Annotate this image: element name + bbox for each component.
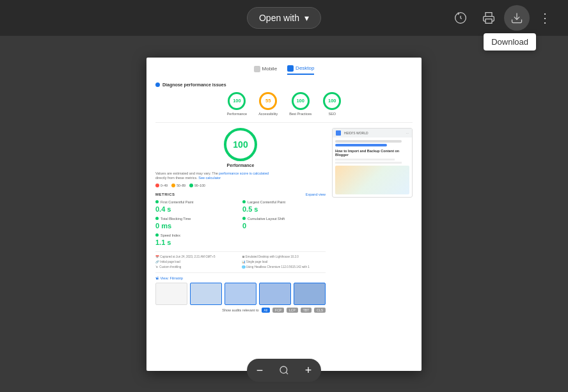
zoom-out-icon: − — [256, 364, 264, 377]
metrics-grid: First Contentful Paint 0.4 s Largest Con… — [155, 200, 326, 246]
legend-dot-orange — [171, 184, 175, 187]
legend-orange: 50–89 — [171, 184, 185, 187]
blog-image — [335, 166, 409, 194]
filmstrip-link[interactable]: 📽 View: Filmstrip — [155, 276, 326, 280]
open-with-label: Open with — [259, 13, 299, 23]
show-audits-label: Show audits relevant to — [222, 308, 258, 312]
right-ss-content: How to Import and Backup Content on Blog… — [333, 137, 412, 197]
tab-mobile-label: Mobile — [262, 66, 278, 72]
metric-lcp: Largest Contentful Paint 0.5 s — [242, 200, 326, 213]
diagnose-row: Diagnose performance issues — [155, 82, 413, 87]
metric-lcp-name: Largest Contentful Paint — [242, 200, 326, 204]
score-circle-seo: 100 — [323, 92, 341, 110]
pdf-tab-bar: Mobile Desktop — [155, 65, 413, 77]
metric-si-value: 1.1 s — [155, 239, 239, 246]
legend-dot-green — [189, 184, 193, 187]
legend-red: 0–49 — [155, 184, 168, 187]
footer-emulated: 🖥 Emulated Desktop with Lighthouse 10.2.… — [242, 255, 326, 258]
svg-rect-1 — [485, 19, 492, 24]
metric-tbt-value: 0 ms — [155, 222, 239, 230]
toolbar-right: ⋮ — [448, 5, 558, 31]
zoom-reset-button[interactable] — [272, 359, 296, 382]
metric-si: Speed Index 1.1 s — [155, 233, 239, 246]
screenshot-thumb-2 — [190, 283, 222, 305]
score-label-performance: Performance — [227, 112, 248, 116]
metric-si-name: Speed Index — [155, 233, 239, 237]
metric-cls-value: 0 — [242, 222, 326, 230]
metric-cls: Cumulative Layout Shift 0 — [242, 217, 326, 230]
blog-favicon — [336, 130, 341, 136]
screenshot-thumb-3 — [225, 283, 256, 305]
big-score-label: Performance — [227, 163, 255, 168]
screenshot-strip: 📽 View: Filmstrip Show audits relevant t… — [155, 272, 326, 313]
perf-description: Values are estimated and may vary. The p… — [155, 171, 326, 181]
pdf-footer: 📅 Captured at Jun 24, 2023, 2:21 AM GMT+… — [155, 251, 326, 269]
metric-fcp-name: First Contentful Paint — [155, 200, 239, 204]
zoom-controls: − + — [247, 359, 321, 382]
footer-chromium: 🌐 Using Headless Chromium 112.0.5615.142… — [242, 265, 326, 269]
blog-text-1 — [335, 159, 395, 161]
audit-badge-cls[interactable]: CLS — [314, 308, 326, 313]
audit-badge-tbt[interactable]: TBT — [301, 308, 312, 313]
metric-dot-tbt — [155, 217, 159, 220]
legend-dot-red — [155, 184, 159, 187]
blog-text-2 — [335, 162, 402, 164]
metric-dot-fcp — [155, 200, 159, 203]
tab-mobile[interactable]: Mobile — [254, 66, 278, 74]
content-area: Mobile Desktop Diagnose performance issu… — [0, 36, 568, 392]
annotate-button[interactable] — [448, 5, 473, 31]
page-content-bar-2 — [335, 144, 387, 146]
chevron-down-icon: ▾ — [304, 13, 309, 23]
score-accessibility: 55 Accessibility — [258, 92, 278, 116]
score-performance: 100 Performance — [227, 92, 248, 116]
metric-tbt: Total Blocking Time 0 ms — [155, 217, 239, 230]
right-screenshot: HEIDI'S WORLD ··· How to Import and Back… — [332, 128, 413, 198]
audit-badge-lcp[interactable]: LCP — [287, 308, 298, 313]
big-score-circle: 100 — [224, 128, 257, 161]
metric-dot-si — [155, 233, 159, 237]
score-label-accessibility: Accessibility — [258, 112, 278, 116]
legend-range-red: 0–49 — [161, 184, 168, 187]
zoom-in-icon: + — [305, 364, 312, 377]
download-button[interactable] — [504, 5, 530, 31]
screenshot-thumb-5 — [294, 283, 326, 305]
see-calc-link[interactable]: See calculator — [198, 176, 221, 180]
big-score-area: 100 Performance — [155, 128, 326, 168]
tab-desktop[interactable]: Desktop — [287, 65, 314, 75]
divider-1 — [155, 122, 413, 123]
expand-link[interactable]: Expand view — [306, 192, 326, 196]
perf-link[interactable]: performance score is calculated — [219, 171, 269, 175]
more-options-button[interactable]: ⋮ — [532, 5, 558, 31]
search-icon — [279, 365, 289, 375]
pdf-left-panel: 100 Performance Values are estimated and… — [155, 128, 326, 313]
score-label-best-practices: Best Practices — [289, 112, 312, 116]
desktop-icon — [287, 65, 294, 72]
zoom-in-button[interactable]: + — [296, 359, 321, 382]
score-circle-performance: 100 — [228, 92, 246, 110]
score-best-practices: 100 Best Practices — [289, 92, 312, 116]
metric-fcp: First Contentful Paint 0.4 s — [155, 200, 239, 213]
diagnose-dot — [155, 82, 160, 87]
open-with-button[interactable]: Open with ▾ — [247, 7, 321, 29]
metrics-label: METRICS — [155, 192, 175, 196]
tab-desktop-label: Desktop — [296, 65, 314, 71]
scores-row: 100 Performance 55 Accessibility 100 Bes… — [155, 92, 413, 116]
legend-row: 0–49 50–89 90–100 — [155, 184, 326, 187]
diagnose-label: Diagnose performance issues — [162, 82, 226, 87]
blog-site-name: HEIDI'S WORLD — [344, 131, 368, 135]
right-ss-dots: ··· — [406, 131, 409, 135]
pdf-main-body: 100 Performance Values are estimated and… — [155, 128, 413, 313]
pdf-document: Mobile Desktop Diagnose performance issu… — [146, 58, 422, 371]
footer-initial: 🔗 Initial page load — [155, 260, 240, 263]
print-button[interactable] — [476, 5, 501, 31]
zoom-out-button[interactable]: − — [247, 359, 272, 382]
toolbar: Open with ▾ ⋮ — [0, 0, 568, 36]
metrics-header: METRICS Expand view — [155, 192, 326, 196]
audit-badge-fcp[interactable]: FCP — [272, 308, 284, 313]
metric-lcp-value: 0.5 s — [242, 205, 326, 213]
audit-badge-all[interactable]: All — [262, 308, 271, 313]
score-label-seo: SEO — [328, 112, 336, 116]
legend-range-orange: 50–89 — [177, 184, 185, 187]
score-circle-best-practices: 100 — [292, 92, 310, 110]
download-tooltip: Download — [484, 33, 536, 51]
